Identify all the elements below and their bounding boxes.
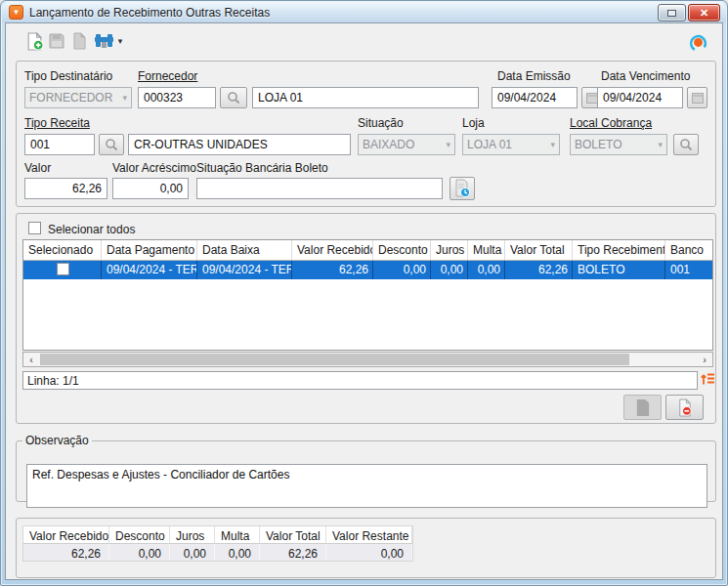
fornecedor-name-input[interactable] — [252, 87, 479, 108]
valor-input[interactable] — [24, 178, 107, 199]
totals-value-row: 62,26 0,00 0,00 0,00 62,26 0,00 — [23, 544, 412, 561]
print-button[interactable] — [93, 30, 114, 52]
titlebar: ▾ Lançamento de Recebimento Outras Recei… — [2, 2, 726, 22]
tipo-receita-name-input[interactable] — [128, 134, 351, 155]
observacao-label: Observação — [22, 434, 92, 447]
valor-acrescimo-input[interactable] — [112, 178, 189, 199]
observacao-textarea[interactable]: Ref. Despesas e Ajustes - Conciliador de… — [26, 464, 707, 508]
copy-icon — [70, 32, 88, 50]
boleto-status-button[interactable] — [450, 177, 475, 200]
document-button — [623, 395, 662, 420]
select-all-checkbox[interactable] — [28, 222, 41, 234]
restore-icon — [667, 10, 676, 17]
fornecedor-label[interactable]: Fornecedor — [138, 69, 197, 83]
search-icon — [105, 138, 118, 151]
close-button[interactable]: ✕ — [688, 4, 720, 21]
totals-header-row: Valor Recebido Desconto Juros Multa Valo… — [23, 526, 412, 544]
remove-row-button[interactable] — [665, 395, 704, 420]
total-juros-label: Juros — [170, 526, 215, 544]
total-valor-total-label: Valor Total — [260, 526, 326, 544]
grid-header-selecionado[interactable]: Selecionado — [23, 240, 102, 260]
fornecedor-code-input[interactable] — [138, 87, 216, 108]
data-vencimento-input[interactable] — [597, 87, 683, 108]
tipo-receita-code-input[interactable] — [24, 134, 95, 155]
row-checkbox[interactable] — [57, 263, 69, 275]
total-valor-restante-label: Valor Restante — [326, 526, 412, 544]
grid-header-banco[interactable]: Banco — [665, 240, 712, 260]
new-record-icon — [25, 32, 44, 51]
totals-panel: Valor Recebido Desconto Juros Multa Valo… — [16, 518, 716, 578]
chevron-down-icon: ▾ — [118, 36, 123, 46]
restore-button[interactable] — [658, 4, 686, 21]
local-cobranca-search-button — [673, 134, 699, 155]
app-icon: ▾ — [9, 5, 23, 20]
grid-header-tipo-recebimento[interactable]: Tipo Recebimento — [573, 240, 665, 260]
chevron-down-icon: ▾ — [550, 140, 555, 149]
situacao-bancaria-label: Situação Bancária Boleto — [196, 161, 328, 175]
loja-label: Loja — [462, 116, 485, 130]
data-emissao-label: Data Emissão — [497, 69, 571, 83]
data-emissao-input[interactable] — [492, 87, 578, 108]
data-vencimento-label: Data Vencimento — [601, 69, 690, 83]
grid-header-valor-recebido[interactable]: Valor Recebido — [292, 240, 373, 260]
grid-header-juros[interactable]: Juros — [431, 240, 468, 260]
boleto-status-icon — [452, 179, 472, 198]
scrollbar-thumb[interactable] — [40, 354, 629, 365]
total-valor-recebido-label: Valor Recebido — [23, 526, 109, 544]
app-window: ▾ Lançamento de Recebimento Outras Recei… — [0, 0, 728, 586]
print-icon — [94, 32, 114, 50]
chevron-down-icon: ▾ — [446, 140, 450, 149]
tipo-receita-search-button — [99, 134, 124, 155]
remove-row-icon — [676, 398, 693, 417]
situacao-label: Situação — [358, 116, 404, 130]
row-order-icon — [700, 370, 715, 387]
valor-acrescimo-label: Valor Acréscimo — [112, 161, 196, 175]
grid-header-data-baixa[interactable]: Data Baixa — [197, 240, 292, 260]
grid-header-multa[interactable]: Multa — [468, 240, 505, 260]
cell-data-baixa: 09/04/2024 - TER — [197, 261, 292, 279]
exit-button[interactable] — [687, 32, 708, 54]
calendar-icon — [586, 92, 598, 104]
select-all-label: Selecionar todos — [48, 223, 135, 236]
cell-tipo-recebimento: BOLETO — [573, 261, 665, 279]
chevron-down-icon: ▾ — [122, 93, 127, 103]
chevron-down-icon: ▾ — [658, 140, 663, 149]
grid-header-row: Selecionado Data Pagamento Data Baixa Va… — [23, 240, 712, 261]
copy-button — [68, 30, 90, 52]
client-area: ▾ Tipo Destinatário FORNECEDOR▾ Forneced… — [5, 22, 723, 580]
document-icon — [634, 398, 651, 417]
search-icon — [227, 91, 240, 105]
grid-header-desconto[interactable]: Desconto — [373, 240, 431, 260]
cell-valor-recebido: 62,26 — [292, 261, 373, 279]
save-button — [46, 30, 67, 52]
receipts-grid: Selecionado Data Pagamento Data Baixa Va… — [22, 239, 713, 351]
window-title: Lançamento de Recebimento Outras Receita… — [29, 6, 270, 20]
grid-header-data-pagamento[interactable]: Data Pagamento — [102, 240, 197, 260]
row-order-button[interactable] — [700, 370, 715, 390]
grid-header-valor-total[interactable]: Valor Total — [505, 240, 573, 260]
scroll-left-icon[interactable]: ‹ — [23, 353, 39, 366]
situacao-bancaria-input[interactable] — [196, 178, 443, 199]
tipo-destinatario-label: Tipo Destinatário — [24, 69, 112, 83]
row-select-cell — [23, 261, 102, 279]
receipts-grid-panel: Selecionar todos Selecionado Data Pagame… — [16, 213, 716, 424]
total-valor-recebido-value: 62,26 — [23, 544, 109, 561]
local-cobranca-label[interactable]: Local Cobrança — [570, 116, 652, 130]
print-menu-button[interactable]: ▾ — [114, 30, 126, 52]
total-multa-label: Multa — [215, 526, 260, 544]
total-multa-value: 0,00 — [215, 544, 260, 561]
close-icon: ✕ — [700, 7, 708, 20]
total-valor-total-value: 62,26 — [260, 544, 326, 561]
observacao-groupbox: Observação Ref. Despesas e Ajustes - Con… — [16, 434, 716, 502]
cell-multa: 0,00 — [468, 261, 505, 279]
grid-horizontal-scrollbar[interactable]: ‹ › — [22, 352, 713, 367]
table-row[interactable]: 09/04/2024 - TER 09/04/2024 - TER 62,26 … — [23, 261, 712, 279]
situacao-select: BAIXADO▾ — [358, 134, 455, 155]
scroll-right-icon[interactable]: › — [697, 353, 712, 366]
cell-valor-total: 62,26 — [505, 261, 573, 279]
tipo-receita-label[interactable]: Tipo Receita — [24, 116, 90, 130]
loja-select: LOJA 01▾ — [462, 134, 560, 155]
cell-banco: 001 — [665, 261, 712, 279]
new-record-button[interactable] — [23, 30, 45, 52]
data-vencimento-calendar-button — [687, 87, 707, 108]
